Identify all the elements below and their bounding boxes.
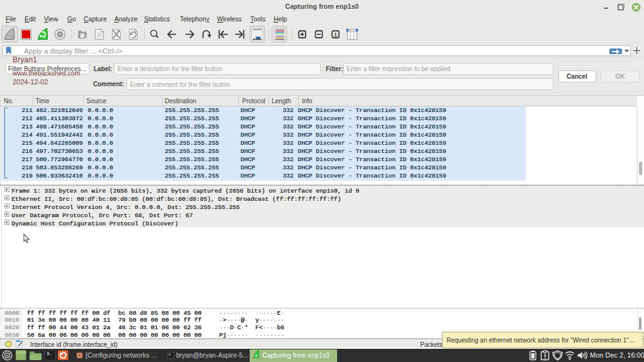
svg-text:$-: $-	[47, 352, 52, 356]
svg-text:1: 1	[334, 31, 337, 38]
svg-text:$-: $-	[169, 353, 172, 356]
